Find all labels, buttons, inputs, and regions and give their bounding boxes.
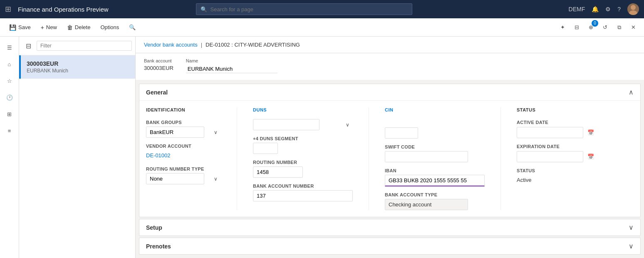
refresh-icon: ↺ (603, 24, 607, 30)
search-input[interactable] (211, 6, 408, 12)
expiration-date-calendar-button[interactable]: 📅 (585, 151, 597, 162)
settings-icon[interactable]: ⚙ (605, 6, 611, 12)
expiration-date-calendar-icon: 📅 (587, 154, 594, 160)
new-button[interactable]: + New (37, 22, 61, 32)
routing-number-type-select[interactable]: None ABA SWIFT IBAN (146, 173, 204, 184)
vendor-account-link[interactable]: DE-01002 (146, 150, 221, 161)
iban-field: IBAN (385, 168, 485, 186)
bank-groups-label: Bank groups (146, 120, 221, 125)
save-icon: 💾 (9, 24, 16, 31)
active-date-calendar-button[interactable]: 📅 (585, 127, 597, 138)
split-view-button[interactable]: ⊟ (571, 22, 582, 33)
breadcrumb-parent-link[interactable]: Vendor bank accounts (144, 42, 198, 48)
general-form-columns: IDENTIFICATION Bank groups BankEUR ∨ (146, 107, 634, 210)
bell-icon: 🔔 (592, 6, 599, 12)
clock-icon: 🕐 (6, 94, 13, 101)
col-divider-1 (237, 107, 237, 210)
breadcrumb-bar: Vendor bank accounts | DE-01002 : CITY-W… (136, 37, 644, 53)
sidebar-modules-button[interactable]: ≡ (2, 123, 17, 138)
sidebar-hamburger-button[interactable]: ☰ (2, 40, 17, 55)
app-grid-icon[interactable]: ⊞ (5, 5, 11, 14)
bank-account-number-label: Bank account number (253, 184, 353, 189)
expiration-date-input[interactable] (517, 151, 583, 162)
routing-number-label: Routing number (253, 160, 353, 165)
status-field: Status Active (517, 168, 600, 185)
bank-account-type-label: Bank account type (385, 192, 485, 197)
duns-field: ∨ (253, 120, 353, 130)
plus-duns-input[interactable] (253, 143, 278, 154)
status-value: Active (517, 175, 600, 185)
search-bar: 🔍 (196, 3, 412, 15)
sidebar-home-button[interactable]: ⌂ (2, 57, 17, 72)
popout-button[interactable]: ⧉ (613, 22, 625, 33)
duns-chevron-icon: ∨ (346, 122, 349, 128)
duns-column: DUNS ∨ +4 DUNS segment (253, 107, 353, 210)
save-button[interactable]: 💾 Save (5, 22, 35, 32)
routing-number-input[interactable] (253, 166, 303, 178)
active-date-input[interactable] (517, 127, 583, 138)
svg-point-0 (631, 5, 636, 10)
options-label: Options (100, 24, 119, 30)
active-date-label: Active date (517, 120, 600, 125)
split-view-icon: ⊟ (575, 24, 579, 30)
routing-number-type-field: Routing number type None ABA SWIFT IBAN … (146, 166, 221, 184)
list-item-id: 300003EUR (27, 60, 129, 67)
toolbar-right-icons: ✦ ⊟ ⊕ 0 ↺ ⧉ ✕ (557, 22, 639, 33)
star-icon: ☆ (7, 78, 12, 84)
iban-input[interactable] (385, 175, 485, 186)
routing-number-field: Routing number (253, 160, 353, 178)
col-divider-3 (500, 107, 501, 210)
sidebar-favorites-button[interactable]: ☆ (2, 73, 17, 88)
filter-icon: ⊟ (26, 42, 31, 50)
sidebar-workspaces-button[interactable]: ⊞ (2, 107, 17, 122)
setup-section-header[interactable]: Setup ∨ (139, 219, 640, 236)
notification-bell[interactable]: 🔔 (592, 6, 599, 12)
bank-groups-chevron-icon: ∨ (214, 129, 218, 135)
bank-account-label: Bank account (144, 58, 173, 63)
search-toolbar-icon: 🔍 (129, 24, 136, 30)
sidebar-icons: ☰ ⌂ ☆ 🕐 ⊞ ≡ (0, 37, 19, 258)
prenotes-section-header[interactable]: Prenotes ∨ (139, 238, 640, 254)
setup-section-title: Setup (146, 224, 162, 231)
close-button[interactable]: ✕ (627, 22, 639, 33)
search-toolbar-button[interactable]: 🔍 (125, 22, 140, 32)
general-chevron-icon: ∧ (629, 88, 634, 96)
identification-column: IDENTIFICATION Bank groups BankEUR ∨ (146, 107, 221, 210)
breadcrumb-separator: | (201, 42, 202, 48)
swift-label: SWIFT code (385, 144, 485, 149)
toolbar: 💾 Save + New 🗑 Delete Options 🔍 ✦ ⊟ ⊕ 0 … (0, 18, 644, 37)
top-nav-right: DEMF 🔔 ⚙ ? (569, 3, 639, 15)
new-label: New (46, 24, 57, 30)
delete-button[interactable]: 🗑 Delete (63, 22, 95, 32)
bank-groups-select-wrapper: BankEUR ∨ (146, 127, 221, 138)
bank-account-number-input[interactable] (253, 190, 353, 201)
status-column: STATUS Active date 📅 Expiration d (517, 107, 600, 210)
list-filter-row: ⊟ (19, 37, 135, 55)
user-avatar[interactable] (627, 3, 639, 15)
bank-groups-select[interactable]: BankEUR (146, 127, 204, 138)
delete-label: Delete (75, 24, 91, 30)
cin-input[interactable] (385, 127, 418, 139)
sidebar-recent-button[interactable]: 🕐 (2, 90, 17, 105)
help-icon[interactable]: ? (617, 6, 621, 12)
refresh-button[interactable]: ↺ (599, 22, 611, 33)
vendor-account-field: Vendor account DE-01002 (146, 144, 221, 161)
name-label: Name (186, 58, 277, 63)
bank-account-field-group: Bank account 300003EUR (144, 58, 173, 71)
swift-input[interactable] (385, 151, 468, 162)
col-divider-2 (369, 107, 369, 210)
filter-button[interactable]: ⊟ (22, 40, 34, 52)
name-input[interactable] (186, 65, 277, 73)
setup-section: Setup ∨ (139, 219, 641, 236)
general-section: General ∧ IDENTIFICATION Bank groups Ban… (139, 84, 641, 217)
general-section-header[interactable]: General ∧ (139, 84, 640, 101)
cin-label-header: CIN (385, 107, 485, 112)
svg-point-1 (629, 10, 637, 15)
filter-input[interactable] (37, 41, 132, 51)
account-header-fields: Bank account 300003EUR Name (136, 53, 644, 80)
options-button[interactable]: Options (96, 22, 123, 32)
general-section-body: IDENTIFICATION Bank groups BankEUR ∨ (139, 101, 640, 217)
duns-select[interactable] (253, 119, 320, 130)
list-item[interactable]: 300003EUR EURBANK Munich (19, 55, 135, 79)
personalize-button[interactable]: ✦ (557, 22, 568, 33)
